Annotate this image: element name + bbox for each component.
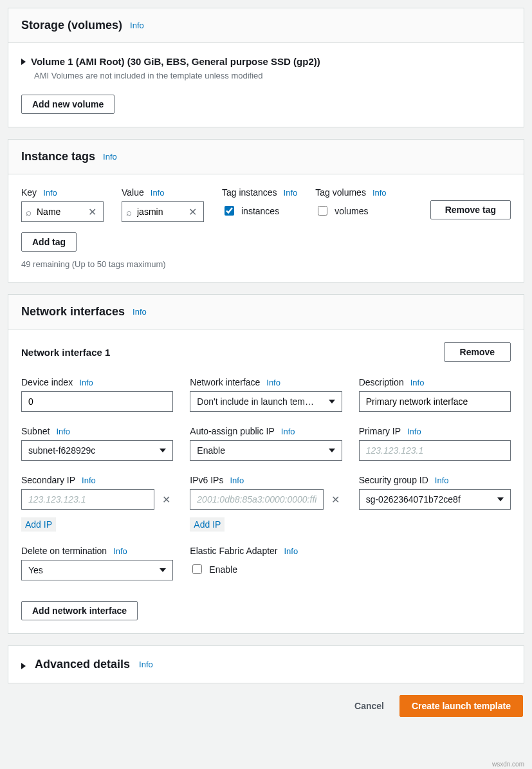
delete-term-info[interactable]: Info	[113, 546, 127, 556]
volumes-checkbox-line[interactable]: volumes	[315, 204, 386, 218]
remove-tag-button[interactable]: Remove tag	[430, 200, 511, 219]
device-index-input[interactable]	[21, 391, 173, 412]
add-volume-button[interactable]: Add new volume	[21, 95, 115, 114]
secondary-ip-field: Secondary IP Info ✕ Add IP	[21, 475, 173, 532]
storage-panel: Storage (volumes) Info Volume 1 (AMI Roo…	[8, 8, 524, 127]
subnet-info[interactable]: Info	[56, 427, 70, 436]
efa-enable-text: Enable	[209, 564, 237, 575]
add-tag-button[interactable]: Add tag	[21, 232, 77, 252]
efa-checkbox-line[interactable]: Enable	[190, 562, 342, 576]
auto-assign-value: Enable	[197, 445, 225, 456]
delete-on-termination-field: Delete on termination Info Yes	[21, 546, 173, 580]
description-input[interactable]	[359, 391, 511, 412]
tags-title: Instance tags	[21, 150, 95, 163]
sg-value: sg-0262364071b72ce8f	[366, 494, 461, 505]
subnet-value: subnet-f628929c	[28, 445, 95, 456]
key-label-row: Key Info	[21, 187, 104, 198]
network-interface-info[interactable]: Info	[266, 378, 280, 387]
device-index-label: Device index	[21, 377, 73, 387]
secondary-ip-info[interactable]: Info	[82, 476, 96, 485]
add-ipv6-ip[interactable]: Add IP	[190, 517, 225, 532]
sg-select[interactable]: sg-0262364071b72ce8f	[359, 489, 511, 510]
ipv6-info[interactable]: Info	[230, 476, 244, 485]
cancel-button[interactable]: Cancel	[354, 701, 384, 711]
key-input-wrap[interactable]: ⌕ ✕	[21, 201, 104, 222]
ni-info-link[interactable]: Info	[133, 307, 147, 317]
volume-note: AMI Volumes are not included in the temp…	[34, 71, 511, 80]
sg-info[interactable]: Info	[435, 476, 449, 485]
device-index-info[interactable]: Info	[79, 378, 93, 387]
tag-row: Key Info ⌕ ✕ Value Info ⌕ ✕	[21, 187, 511, 222]
tag-volumes-label-row: Tag volumes Info	[315, 187, 386, 198]
tag-value-col: Value Info ⌕ ✕	[122, 187, 204, 222]
efa-info[interactable]: Info	[284, 546, 298, 556]
instances-checkbox[interactable]	[225, 206, 234, 216]
network-interfaces-panel: Network interfaces Info Network interfac…	[8, 294, 524, 634]
tags-panel: Instance tags Info Key Info ⌕ ✕ Value In…	[8, 139, 524, 283]
key-input[interactable]	[35, 206, 82, 218]
network-interface-select[interactable]: Don't include in launch tem…	[190, 391, 342, 412]
create-launch-template-button[interactable]: Create launch template	[399, 695, 523, 717]
delete-term-select[interactable]: Yes	[21, 560, 173, 580]
chevron-down-icon	[160, 568, 166, 572]
auto-assign-info[interactable]: Info	[281, 427, 295, 436]
advanced-info-link[interactable]: Info	[139, 660, 153, 669]
instances-checkbox-line[interactable]: instances	[222, 204, 297, 218]
chevron-down-icon	[497, 497, 504, 501]
close-icon[interactable]: ✕	[160, 494, 173, 506]
subnet-label: Subnet	[21, 426, 50, 436]
tags-info-link[interactable]: Info	[103, 152, 117, 162]
tags-body: Key Info ⌕ ✕ Value Info ⌕ ✕	[8, 174, 524, 282]
efa-label: Elastic Fabric Adapter	[190, 546, 277, 556]
advanced-title: Advanced details	[35, 658, 130, 671]
storage-title: Storage (volumes)	[21, 19, 122, 32]
sg-label: Security group ID	[359, 475, 428, 485]
description-info[interactable]: Info	[410, 378, 425, 387]
tag-volumes-col: Tag volumes Info volumes	[315, 187, 386, 218]
subnet-select[interactable]: subnet-f628929c	[21, 440, 173, 461]
tag-instances-info-link[interactable]: Info	[284, 188, 298, 198]
spacer	[359, 546, 511, 580]
value-input[interactable]	[136, 206, 182, 218]
add-secondary-ip[interactable]: Add IP	[21, 517, 56, 532]
volumes-text: volumes	[335, 206, 368, 216]
ni-header: Network interfaces Info	[8, 295, 524, 329]
value-info-link[interactable]: Info	[151, 188, 165, 198]
close-icon[interactable]: ✕	[329, 494, 342, 506]
tag-key-col: Key Info ⌕ ✕	[21, 187, 104, 222]
add-interface-button[interactable]: Add network interface	[21, 601, 138, 620]
primary-ip-input[interactable]	[359, 440, 511, 461]
description-field: Description Info	[359, 377, 511, 412]
subnet-field: Subnet Info subnet-f628929c	[21, 426, 173, 461]
tag-volumes-label: Tag volumes	[315, 187, 366, 198]
volume-row[interactable]: Volume 1 (AMI Root) (30 GiB, EBS, Genera…	[21, 56, 511, 67]
tags-remaining: 49 remaining (Up to 50 tags maximum)	[21, 259, 511, 269]
ni-subheader: Network interface 1 Remove	[21, 342, 511, 362]
advanced-details-panel[interactable]: Advanced details Info	[8, 645, 524, 683]
ipv6-label: IPv6 IPs	[190, 475, 223, 485]
network-interface-value: Don't include in launch tem…	[197, 396, 314, 407]
caret-right-icon[interactable]	[21, 663, 26, 669]
tag-volumes-info-link[interactable]: Info	[372, 188, 387, 198]
key-info-link[interactable]: Info	[43, 188, 57, 198]
ni-form-grid: Device index Info Network interface Info…	[21, 377, 511, 580]
tag-instances-col: Tag instances Info instances	[222, 187, 297, 218]
close-icon[interactable]: ✕	[86, 206, 99, 218]
secondary-ip-input[interactable]	[21, 489, 154, 510]
caret-right-icon[interactable]	[21, 59, 26, 65]
network-interface-label: Network interface	[190, 377, 260, 387]
primary-ip-field: Primary IP Info	[359, 426, 511, 461]
close-icon[interactable]: ✕	[186, 206, 199, 218]
value-input-wrap[interactable]: ⌕ ✕	[122, 201, 204, 222]
primary-ip-info[interactable]: Info	[407, 427, 421, 436]
efa-checkbox[interactable]	[192, 564, 202, 574]
ipv6-field: IPv6 IPs Info ✕ Add IP	[190, 475, 342, 532]
volumes-checkbox[interactable]	[318, 206, 327, 216]
remove-interface-button[interactable]: Remove	[444, 342, 511, 362]
ipv6-input[interactable]	[190, 489, 323, 510]
auto-assign-select[interactable]: Enable	[190, 440, 342, 461]
ni-subtitle: Network interface 1	[21, 347, 110, 358]
instances-text: instances	[241, 206, 279, 216]
tags-header: Instance tags Info	[8, 140, 524, 174]
storage-info-link[interactable]: Info	[130, 21, 144, 30]
